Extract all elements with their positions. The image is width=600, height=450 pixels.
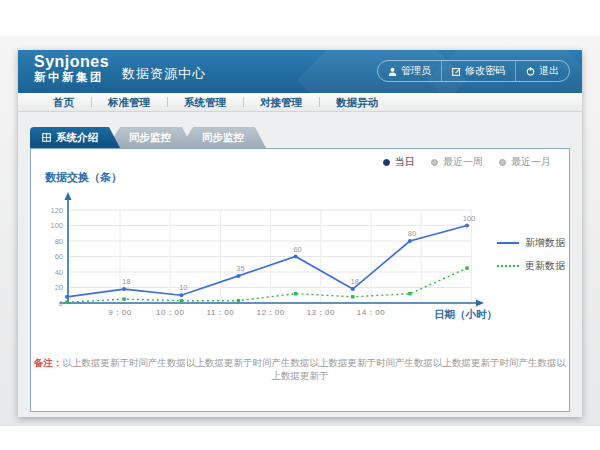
data-point xyxy=(294,292,297,295)
data-point xyxy=(408,292,411,295)
brand-logo-cn: 新中新集团 xyxy=(34,71,109,83)
data-point xyxy=(351,287,355,291)
nav-item-interface-mgmt[interactable]: 对接管理 xyxy=(243,93,319,111)
tab-sync-monitor-2[interactable]: 同步监控 xyxy=(180,127,266,148)
radio-icon xyxy=(431,159,438,166)
x-tick-label: 14：00 xyxy=(357,308,385,317)
tab-label: 系统介绍 xyxy=(56,127,98,148)
data-point xyxy=(122,287,126,291)
y-tick-label: 60 xyxy=(55,252,63,261)
filter-label: 最近一周 xyxy=(443,155,483,169)
x-tick-label: 12：00 xyxy=(256,308,284,317)
data-point xyxy=(179,293,183,297)
tab-bar: 系统介绍 同步监控 同步监控 xyxy=(30,127,266,148)
logout-label: 退出 xyxy=(539,64,559,78)
point-label: 10 xyxy=(179,283,187,292)
data-point xyxy=(465,266,468,269)
data-point xyxy=(65,301,68,304)
point-label: 80 xyxy=(408,229,416,238)
power-icon xyxy=(526,67,535,76)
header-actions: 管理员 修改密码 退出 xyxy=(377,60,570,82)
line-chart: 0204060801001209：0010：0011：0012：0013：001… xyxy=(40,191,510,331)
change-password-label: 修改密码 xyxy=(465,64,505,78)
chart-panel: 当日 最近一周 最近一月 数据交换（条） 0204060801001209：00… xyxy=(30,148,570,412)
x-tick-label: 11：00 xyxy=(207,308,235,317)
nav-item-standard-mgmt[interactable]: 标准管理 xyxy=(91,93,167,111)
y-tick-label: 120 xyxy=(50,206,63,215)
x-tick-label: 13：00 xyxy=(307,308,335,317)
brand-logo-en: Synjones xyxy=(34,54,109,71)
radio-selected-icon xyxy=(383,159,390,166)
data-point xyxy=(122,297,125,300)
y-tick-label: 40 xyxy=(55,268,63,277)
point-label: 18 xyxy=(351,277,359,286)
point-label: 35 xyxy=(236,264,244,273)
tab-label: 同步监控 xyxy=(129,131,171,143)
current-user-button[interactable]: 管理员 xyxy=(378,61,441,81)
x-axis-arrow-icon xyxy=(476,300,484,307)
data-point xyxy=(465,224,469,228)
dotted-line-swatch xyxy=(497,265,519,267)
change-password-button[interactable]: 修改密码 xyxy=(441,61,515,81)
legend-label: 新增数据 xyxy=(525,236,565,250)
point-label: 100 xyxy=(463,214,476,223)
edit-icon xyxy=(452,67,461,76)
tab-label: 同步监控 xyxy=(202,131,244,143)
y-axis-title: 数据交换（条） xyxy=(45,170,122,185)
y-tick-label: 100 xyxy=(50,221,63,230)
footnote-text: 以上数据更新于时间产生数据以上数据更新于时间产生数据以上数据更新于时间产生数据以… xyxy=(63,357,567,381)
brand-logo: Synjones 新中新集团 xyxy=(34,54,109,83)
filter-last-month[interactable]: 最近一月 xyxy=(499,155,551,169)
filter-today[interactable]: 当日 xyxy=(383,155,415,169)
data-point xyxy=(65,295,69,299)
radio-icon xyxy=(499,159,506,166)
data-point xyxy=(236,274,240,278)
tab-sync-monitor-1[interactable]: 同步监控 xyxy=(107,127,193,148)
footnote: 备注：以上数据更新于时间产生数据以上数据更新于时间产生数据以上数据更新于时间产生… xyxy=(31,357,569,383)
filter-last-week[interactable]: 最近一周 xyxy=(431,155,483,169)
data-point xyxy=(408,239,412,243)
tab-system-intro[interactable]: 系统介绍 xyxy=(30,127,120,148)
app-window: Synjones 新中新集团 数据资源中心 管理员 修改密码 退出 首页 标准管… xyxy=(18,50,582,417)
main-nav: 首页 标准管理 系统管理 对接管理 数据异动 xyxy=(18,93,582,112)
legend-label: 更新数据 xyxy=(525,259,565,273)
page-title: 数据资源中心 xyxy=(122,65,206,83)
chart-legend: 新增数据 更新数据 xyxy=(497,236,565,273)
user-icon xyxy=(388,67,397,76)
x-axis-title: 日期（小时） xyxy=(434,308,497,321)
data-point xyxy=(180,299,183,302)
solid-line-swatch xyxy=(497,242,519,244)
range-filter-group: 当日 最近一周 最近一月 xyxy=(383,155,551,169)
filter-label: 最近一月 xyxy=(511,155,551,169)
data-point xyxy=(351,295,354,298)
nav-item-system-mgmt[interactable]: 系统管理 xyxy=(167,93,243,111)
point-label: 60 xyxy=(293,245,301,254)
filter-label: 当日 xyxy=(395,155,415,169)
y-tick-label: 0 xyxy=(59,299,63,308)
grid-icon xyxy=(42,133,51,142)
x-tick-label: 9：00 xyxy=(108,308,131,317)
content-area: 系统介绍 同步监控 同步监控 当日 最近一周 xyxy=(18,112,582,417)
nav-item-home[interactable]: 首页 xyxy=(36,93,91,111)
current-user-label: 管理员 xyxy=(401,64,431,78)
legend-item-new-data[interactable]: 新增数据 xyxy=(497,236,565,250)
logout-button[interactable]: 退出 xyxy=(515,61,569,81)
x-tick-label: 10：00 xyxy=(156,308,184,317)
data-point xyxy=(294,255,298,259)
app-header: Synjones 新中新集团 数据资源中心 管理员 修改密码 退出 xyxy=(18,50,582,93)
nav-item-data-change[interactable]: 数据异动 xyxy=(319,93,395,111)
point-label: 18 xyxy=(122,277,130,286)
legend-item-updated-data[interactable]: 更新数据 xyxy=(497,259,565,273)
y-tick-label: 20 xyxy=(55,283,63,292)
y-axis-arrow-icon xyxy=(65,192,72,200)
data-point xyxy=(237,299,240,302)
footnote-prefix: 备注： xyxy=(34,357,63,368)
y-tick-label: 80 xyxy=(55,237,63,246)
